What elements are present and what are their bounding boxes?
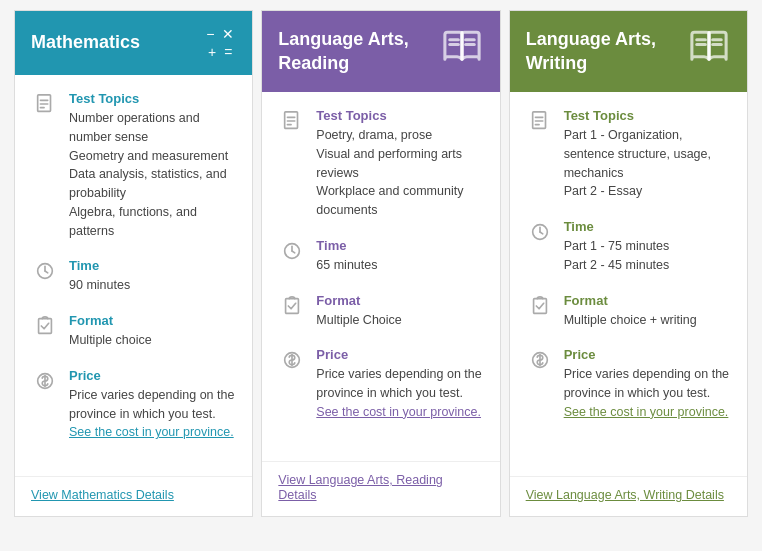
section-text-3-math: Price varies depending on the province i… — [69, 386, 236, 442]
section-clock-math: Time90 minutes — [31, 258, 236, 295]
section-text-0-writing: Part 1 - Organization, sentence structur… — [564, 126, 731, 201]
clock-icon — [526, 219, 554, 243]
section-content-2-math: FormatMultiple choice — [69, 313, 152, 350]
view-details-link-writing[interactable]: View Language Arts, Writing Details — [526, 488, 724, 502]
price-link-writing[interactable]: See the cost in your province. — [564, 405, 729, 419]
section-dollar-math: PricePrice varies depending on the provi… — [31, 368, 236, 442]
card-body-writing: Test TopicsPart 1 - Organization, senten… — [510, 92, 747, 476]
section-text-0-math: Number operations and number senseGeomet… — [69, 109, 236, 240]
section-title-1-writing: Time — [564, 219, 670, 234]
dollar-icon — [278, 347, 306, 371]
section-text-1-math: 90 minutes — [69, 276, 130, 295]
card-footer-reading: View Language Arts, Reading Details — [262, 461, 499, 516]
card-footer-math: View Mathematics Details — [15, 476, 252, 516]
section-dollar-reading: PricePrice varies depending on the provi… — [278, 347, 483, 421]
section-text-0-reading: Poetry, drama, proseVisual and performin… — [316, 126, 483, 220]
svg-rect-15 — [285, 112, 298, 128]
section-content-2-reading: FormatMultiple Choice — [316, 293, 401, 330]
section-content-1-writing: TimePart 1 - 75 minutesPart 2 - 45 minut… — [564, 219, 670, 275]
card-body-reading: Test TopicsPoetry, drama, proseVisual an… — [262, 92, 499, 461]
expand-button[interactable]: + — [206, 44, 218, 60]
section-content-1-math: Time90 minutes — [69, 258, 130, 295]
section-title-0-math: Test Topics — [69, 91, 236, 106]
section-title-3-writing: Price — [564, 347, 731, 362]
section-text-2-writing: Multiple choice + writing — [564, 311, 697, 330]
svg-line-21 — [292, 251, 295, 253]
card-footer-writing: View Language Arts, Writing Details — [510, 476, 747, 516]
section-title-2-math: Format — [69, 313, 152, 328]
section-title-2-writing: Format — [564, 293, 697, 308]
view-details-link-reading[interactable]: View Language Arts, Reading Details — [278, 473, 442, 502]
close-button[interactable]: ✕ — [220, 26, 236, 42]
header-controls-row1: −✕ — [204, 26, 236, 42]
doc-icon — [278, 108, 306, 132]
section-dollar-writing: PricePrice varies depending on the provi… — [526, 347, 731, 421]
doc-icon — [526, 108, 554, 132]
section-title-0-writing: Test Topics — [564, 108, 731, 123]
card-header-reading: Language Arts, Reading — [262, 11, 499, 92]
svg-rect-37 — [533, 298, 546, 313]
section-text-3-writing: Price varies depending on the province i… — [564, 365, 731, 421]
section-text-1-writing: Part 1 - 75 minutesPart 2 - 45 minutes — [564, 237, 670, 275]
clipboard-icon — [278, 293, 306, 317]
card-reading: Language Arts, ReadingTest TopicsPoetry,… — [261, 10, 500, 517]
section-title-1-math: Time — [69, 258, 130, 273]
section-title-1-reading: Time — [316, 238, 377, 253]
clipboard-icon — [31, 313, 59, 337]
section-content-0-writing: Test TopicsPart 1 - Organization, senten… — [564, 108, 731, 201]
card-math: Mathematics−✕+=Test TopicsNumber operati… — [14, 10, 253, 517]
card-header-writing: Language Arts, Writing — [510, 11, 747, 92]
clipboard-icon — [526, 293, 554, 317]
svg-rect-7 — [39, 319, 52, 334]
card-body-math: Test TopicsNumber operations and number … — [15, 75, 252, 476]
section-content-0-math: Test TopicsNumber operations and number … — [69, 91, 236, 240]
section-clipboard-math: FormatMultiple choice — [31, 313, 236, 350]
svg-rect-22 — [286, 298, 299, 313]
minimize-button[interactable]: − — [204, 26, 216, 42]
section-text-3-reading: Price varies depending on the province i… — [316, 365, 483, 421]
section-content-3-math: PricePrice varies depending on the provi… — [69, 368, 236, 442]
card-title-writing: Language Arts, Writing — [526, 28, 679, 75]
section-text-1-reading: 65 minutes — [316, 256, 377, 275]
doc-icon — [31, 91, 59, 115]
price-link-math[interactable]: See the cost in your province. — [69, 425, 234, 439]
price-link-reading[interactable]: See the cost in your province. — [316, 405, 481, 419]
svg-rect-30 — [532, 112, 545, 128]
menu-button[interactable]: = — [222, 44, 234, 60]
section-doc-writing: Test TopicsPart 1 - Organization, senten… — [526, 108, 731, 201]
book-icon — [687, 25, 731, 78]
card-title-reading: Language Arts, Reading — [278, 28, 431, 75]
section-content-1-reading: Time65 minutes — [316, 238, 377, 275]
section-clipboard-reading: FormatMultiple Choice — [278, 293, 483, 330]
section-content-3-writing: PricePrice varies depending on the provi… — [564, 347, 731, 421]
svg-rect-0 — [38, 95, 51, 112]
card-title-math: Mathematics — [31, 31, 196, 54]
view-details-link-math[interactable]: View Mathematics Details — [31, 488, 174, 502]
section-title-3-reading: Price — [316, 347, 483, 362]
section-clock-writing: TimePart 1 - 75 minutesPart 2 - 45 minut… — [526, 219, 731, 275]
section-doc-math: Test TopicsNumber operations and number … — [31, 91, 236, 240]
section-clock-reading: Time65 minutes — [278, 238, 483, 275]
section-clipboard-writing: FormatMultiple choice + writing — [526, 293, 731, 330]
section-content-3-reading: PricePrice varies depending on the provi… — [316, 347, 483, 421]
section-content-2-writing: FormatMultiple choice + writing — [564, 293, 697, 330]
section-text-2-reading: Multiple Choice — [316, 311, 401, 330]
svg-line-36 — [540, 232, 543, 234]
svg-line-6 — [45, 271, 48, 273]
section-title-2-reading: Format — [316, 293, 401, 308]
card-header-math: Mathematics−✕+= — [15, 11, 252, 75]
clock-icon — [278, 238, 306, 262]
header-controls: −✕+= — [204, 26, 236, 60]
book-icon — [440, 25, 484, 78]
section-content-0-reading: Test TopicsPoetry, drama, proseVisual an… — [316, 108, 483, 220]
section-title-3-math: Price — [69, 368, 236, 383]
dollar-icon — [526, 347, 554, 371]
header-controls-row2: += — [206, 44, 234, 60]
section-text-2-math: Multiple choice — [69, 331, 152, 350]
clock-icon — [31, 258, 59, 282]
cards-container: Mathematics−✕+=Test TopicsNumber operati… — [10, 10, 752, 517]
dollar-icon — [31, 368, 59, 392]
card-writing: Language Arts, WritingTest TopicsPart 1 … — [509, 10, 748, 517]
section-title-0-reading: Test Topics — [316, 108, 483, 123]
section-doc-reading: Test TopicsPoetry, drama, proseVisual an… — [278, 108, 483, 220]
